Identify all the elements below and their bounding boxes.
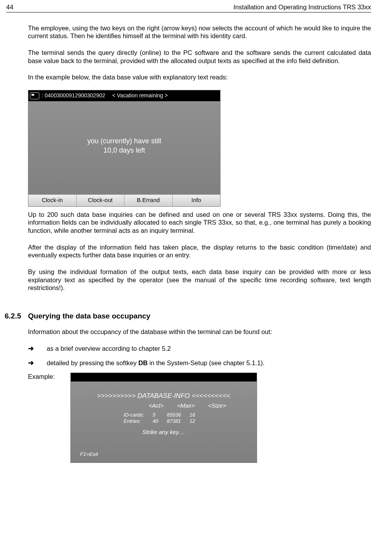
text-span: in the System-Setup (see chapter 5.1.1). — [148, 359, 265, 366]
row-size: 16 — [189, 412, 203, 418]
table-row: Entries: 40 87381 12 — [124, 418, 204, 424]
employee-id: : 04003000912900302902 — [42, 92, 105, 99]
paragraph: The terminal sends the query directly (o… — [28, 49, 371, 65]
terminal-top-stripe — [71, 373, 257, 382]
section-title: Querying the data base occupancy — [28, 311, 150, 321]
softkey-db-label: DB — [138, 359, 148, 366]
col-size: <Size> — [208, 402, 226, 410]
section-heading: 6.2.5 Querying the data base occupancy — [28, 311, 371, 321]
bullet-text: as a brief overview according to chapter… — [47, 345, 371, 353]
paragraph: After the display of the information fie… — [28, 243, 371, 259]
paragraph: Up to 200 such data base inquiries can b… — [28, 211, 371, 235]
row-label: ID-cards: — [124, 412, 153, 418]
status-label: < Vacation remaining > — [112, 92, 168, 99]
row-label: Entries: — [124, 418, 153, 424]
row-max: 87381 — [167, 418, 189, 424]
softkey-clockout[interactable]: Clock-out — [77, 195, 125, 206]
terminal-screenshot-1: : 04003000912900302902 < Vacation remain… — [28, 90, 220, 207]
card-icon — [30, 92, 39, 99]
page-header: 44 Installation and Operating Instructio… — [6, 0, 371, 12]
terminal-message: you (currently) have still 10,0 days lef… — [28, 136, 220, 155]
bullet-item: ➜ as a brief overview according to chapt… — [28, 344, 371, 353]
message-line-1: you (currently) have still — [28, 136, 220, 146]
row-act: 40 — [153, 418, 167, 424]
terminal-screenshot-2: >>>>>>>>>> DATABASE-INFO <<<<<<<<<< <Act… — [70, 373, 257, 463]
col-act: <Act> — [149, 402, 164, 410]
row-size: 12 — [189, 418, 203, 424]
example-label: Example: — [28, 373, 55, 381]
db-title: >>>>>>>>>> DATABASE-INFO <<<<<<<<<< — [79, 392, 249, 400]
table-row: ID-cards: 5 65536 16 — [124, 412, 204, 418]
bullet-item: ➜ detailed by pressing the softkey DB in… — [28, 359, 371, 368]
text-span: detailed by pressing the softkey — [47, 359, 138, 366]
arrow-icon: ➜ — [28, 344, 47, 353]
row-max: 65536 — [167, 412, 189, 418]
col-max: <Max> — [177, 402, 195, 410]
paragraph: Information about the occupancy of the d… — [28, 328, 371, 336]
section-number: 6.2.5 — [5, 311, 22, 321]
db-column-headers: <Act> <Max> <Size> — [79, 402, 249, 410]
softkey-berrand[interactable]: B.Errand — [124, 195, 173, 206]
softkey-bar: Clock-in Clock-out B.Errand Info — [28, 195, 220, 206]
message-line-2: 10,0 days left — [28, 146, 220, 155]
document-title: Installation and Operating Instructions … — [233, 3, 371, 11]
example-row: Example: >>>>>>>>>> DATABASE-INFO <<<<<<… — [28, 373, 371, 463]
strike-any-key: Strike any key.... — [79, 429, 249, 436]
f1-exit-label: F1=Exit — [80, 451, 98, 458]
db-table: ID-cards: 5 65536 16 Entries: 40 87381 1… — [124, 412, 204, 425]
paragraph: The employee, using the two keys on the … — [28, 24, 371, 40]
paragraph: By using the individual formation of the… — [28, 268, 371, 292]
paragraph: In the example below, the data base valu… — [28, 73, 371, 81]
arrow-icon: ➜ — [28, 359, 47, 368]
row-act: 5 — [153, 412, 167, 418]
page-number: 44 — [6, 3, 13, 11]
terminal-top-bar: : 04003000912900302902 < Vacation remain… — [28, 90, 220, 101]
bullet-text: detailed by pressing the softkey DB in t… — [47, 359, 371, 367]
softkey-clockin[interactable]: Clock-in — [28, 195, 77, 206]
softkey-info[interactable]: Info — [173, 195, 220, 206]
